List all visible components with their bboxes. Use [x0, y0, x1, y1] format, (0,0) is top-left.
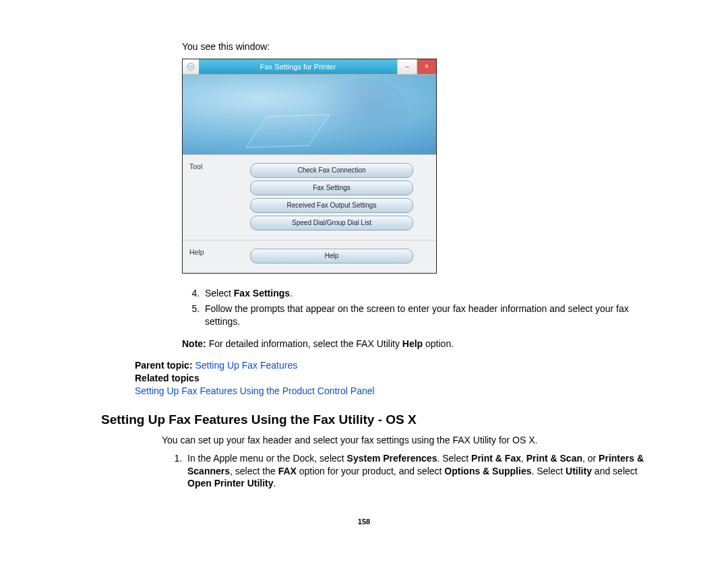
window-titlebar: Fax Settings for Printer – ×: [183, 59, 436, 75]
related-topics-label: Related topics: [135, 373, 200, 383]
fax-settings-button[interactable]: Fax Settings: [250, 181, 413, 195]
intro-text: You see this window:: [182, 40, 661, 53]
parent-topic-link[interactable]: Setting Up Fax Features: [195, 360, 297, 371]
window-body: Tool Check Fax Connection Fax Settings R…: [183, 155, 436, 273]
steps-list: Select Fax Settings. Follow the prompts …: [67, 287, 661, 328]
window-hero-image: [183, 75, 436, 155]
step-4: Select Fax Settings.: [202, 287, 661, 300]
received-fax-output-button[interactable]: Received Fax Output Settings: [250, 198, 413, 213]
section-label-tool: Tool: [183, 155, 238, 171]
fax-settings-window: Fax Settings for Printer – × Tool Check …: [182, 59, 437, 274]
note: Note: For detailed information, select t…: [182, 338, 661, 350]
close-button[interactable]: ×: [417, 59, 436, 74]
related-topic-link[interactable]: Setting Up Fax Features Using the Produc…: [135, 385, 375, 396]
section-label-help: Help: [183, 241, 238, 257]
help-button[interactable]: Help: [250, 249, 413, 263]
app-icon: [183, 59, 199, 74]
osx-step-1: In the Apple menu or the Dock, select Sy…: [185, 452, 661, 491]
window-title: Fax Settings for Printer: [199, 59, 397, 74]
step-5: Follow the prompts that appear on the sc…: [202, 303, 661, 328]
screenshot-container: Fax Settings for Printer – × Tool Check …: [182, 59, 661, 274]
speed-dial-list-button[interactable]: Speed Dial/Group Dial List: [250, 216, 413, 230]
parent-topic-label: Parent topic:: [135, 360, 195, 371]
check-fax-connection-button[interactable]: Check Fax Connection: [250, 163, 413, 178]
page-number: 158: [67, 517, 661, 527]
section-heading-osx: Setting Up Fax Features Using the Fax Ut…: [101, 411, 661, 429]
osx-intro: You can set up your fax header and selec…: [162, 434, 661, 447]
minimize-button[interactable]: –: [397, 59, 417, 74]
osx-steps-list: In the Apple menu or the Dock, select Sy…: [67, 452, 661, 491]
svg-rect-1: [189, 65, 193, 68]
topic-links: Parent topic: Setting Up Fax Features Re…: [135, 359, 661, 398]
